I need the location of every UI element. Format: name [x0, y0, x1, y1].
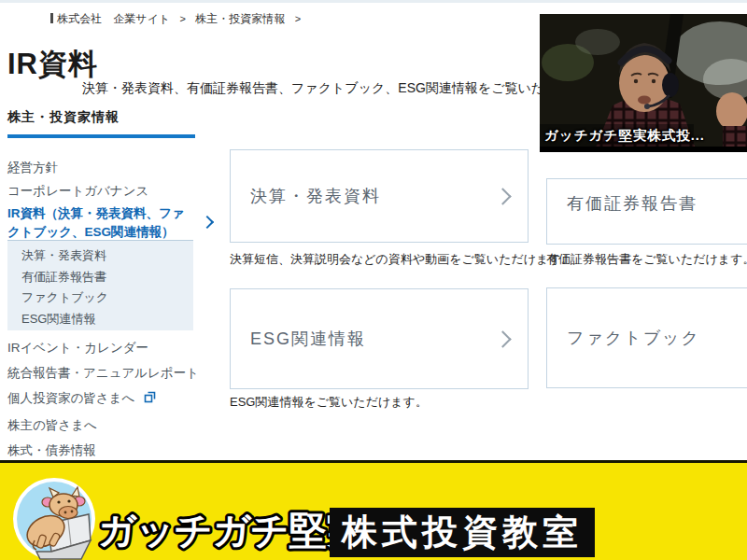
cow-laptop-logo-icon: [12, 477, 96, 560]
brand-outline-text: ガッチガチ堅実: [96, 506, 331, 553]
card-description-esg-info: ESG関連情報をご覧いただけます。: [230, 394, 428, 411]
sidebar-item-corporate-governance[interactable]: コーポレートガバナンス: [7, 183, 148, 200]
card-fact-book[interactable]: ファクトブック: [546, 287, 747, 388]
card-title: 決算・発表資料: [250, 185, 381, 207]
card-title: 有価証券報告書: [567, 192, 698, 215]
breadcrumb: 株式会社 企業サイト > 株主・投資家情報 >: [50, 11, 307, 27]
card-description-securities-report: 有価証券報告書をご覧いただけます。: [546, 251, 747, 268]
video-caption: ガッチガチ堅実株式投...: [544, 127, 705, 145]
sidebar-subitem-financial-results[interactable]: 決算・発表資料: [21, 247, 106, 264]
presenter-video-overlay: ガッチガチ堅実株式投...: [540, 14, 747, 152]
sidebar-item-stock-bond-info[interactable]: 株式・債券情報: [7, 442, 96, 459]
sidebar-submenu: 決算・発表資料 有価証券報告書 ファクトブック ESG関連情報: [7, 240, 193, 330]
sidebar-item-individual-investors[interactable]: 個人投資家の皆さまへ: [7, 390, 156, 407]
page-top-divider: [0, 0, 747, 3]
sidebar-item-shareholders[interactable]: 株主の皆さまへ: [7, 417, 97, 434]
brand-boxed-text: 株式投資教室: [330, 508, 595, 557]
ir-page: 株式会社 企業サイト > 株主・投資家情報 > IR資料 決算・発表資料、有価証…: [0, 0, 747, 560]
sidebar-item-integrated-report[interactable]: 統合報告書・アニュアルレポート: [7, 365, 199, 382]
breadcrumb-separator: >: [180, 13, 186, 24]
card-title: ファクトブック: [567, 327, 700, 349]
sidebar-item-label: 個人投資家の皆さまへ: [7, 391, 134, 405]
sidebar-item-ir-library-active[interactable]: IR資料（決算・発表資料、ファクトブック、ESG関連情報）: [7, 204, 190, 241]
card-esg-info[interactable]: ESG関連情報: [230, 288, 529, 389]
sidebar-subitem-esg-info[interactable]: ESG関連情報: [21, 311, 95, 328]
chevron-right-icon: [494, 330, 511, 347]
card-securities-report[interactable]: 有価証券報告書: [546, 178, 747, 245]
channel-banner: ガッチガチ堅実 株式投資教室: [0, 460, 747, 560]
chevron-right-icon: [201, 216, 214, 229]
breadcrumb-current-link[interactable]: 株主・投資家情報: [195, 12, 285, 25]
sidebar-item-management-policy[interactable]: 経営方針: [7, 160, 58, 176]
external-link-icon: [144, 391, 156, 403]
sidebar-title-underline: [7, 134, 195, 138]
brand-text: ガッチガチ堅実: [98, 510, 331, 551]
video-bottom-bar: [540, 147, 747, 152]
card-financial-results[interactable]: 決算・発表資料: [230, 149, 529, 243]
sidebar-item-ir-calendar[interactable]: IRイベント・カレンダー: [7, 340, 148, 357]
page-title: IR資料: [7, 45, 98, 84]
card-title: ESG関連情報: [250, 328, 366, 350]
breadcrumb-path-link[interactable]: 株式会社 企業サイト: [57, 12, 170, 25]
page-subtitle: 決算・発表資料、有価証券報告書、ファクトブック、ESG関連情報をご覧いただけます…: [82, 80, 612, 97]
sidebar-subitem-fact-book[interactable]: ファクトブック: [21, 289, 108, 306]
sidebar-subitem-securities-report[interactable]: 有価証券報告書: [21, 269, 106, 286]
breadcrumb-separator: >: [295, 13, 301, 24]
sidebar-title: 株主・投資家情報: [7, 109, 120, 126]
card-description-financial-results: 決算短信、決算説明会などの資料や動画をご覧いただけます。: [230, 251, 573, 268]
breadcrumb-clipped-text: [50, 13, 53, 23]
chevron-right-icon: [494, 188, 511, 204]
